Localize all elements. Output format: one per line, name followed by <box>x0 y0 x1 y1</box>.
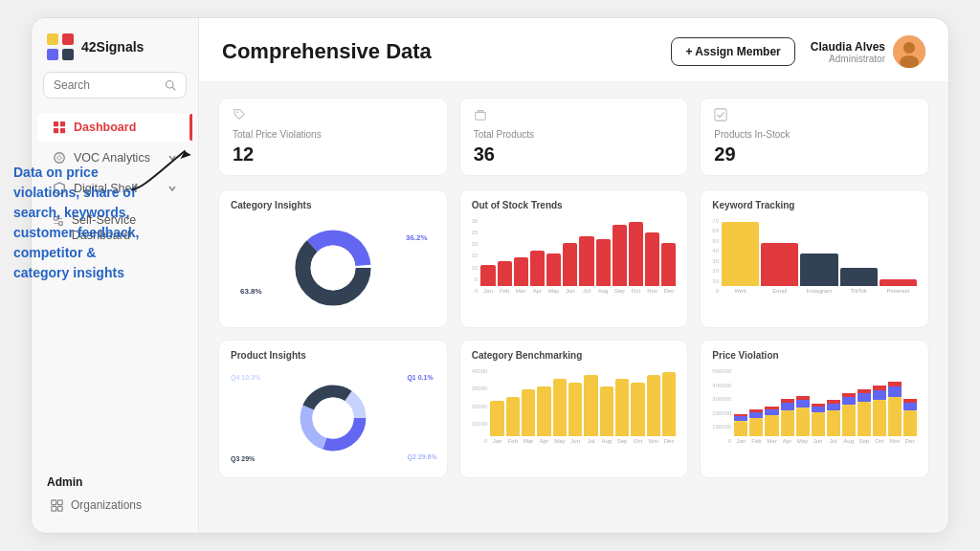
q2-label: Q2 29.6% <box>408 453 437 460</box>
bar-chart-area: 30 25 20 15 10 5 0 JanFebMarAprMayJunJul… <box>472 216 677 307</box>
y-label: 300000 <box>712 396 731 402</box>
bar-chart-area: 70 60 50 40 30 20 10 0 WebEmailInstagram… <box>712 216 917 307</box>
assign-member-button[interactable]: + Assign Member <box>671 37 794 66</box>
bar-column: Jul <box>827 366 840 444</box>
y-axis: 30 25 20 15 10 5 0 <box>472 216 479 294</box>
org-icon <box>51 499 63 512</box>
stat-card-total-products: Total Products 36 <box>459 98 689 176</box>
svg-rect-9 <box>54 128 58 133</box>
y-label: 40000 <box>472 368 488 374</box>
bar-column: Jan <box>480 216 495 294</box>
bar-chart: JanFebMarAprMayJunJulAugSepOctNovDec <box>480 216 676 307</box>
bar-column: Mar <box>765 366 778 444</box>
y-label: 30 <box>712 258 719 264</box>
bar-column: Email <box>761 216 798 294</box>
user-role: Administrator <box>811 54 885 64</box>
bar-column: Apr <box>537 366 550 444</box>
bar-column: Aug <box>600 366 613 444</box>
q1-label: Q1 0.1% <box>407 374 433 381</box>
main-container: 42Signals Dashboard VOC Analy <box>31 17 949 534</box>
chart-price-violation: Price Violation 500000 400000 300000 200… <box>700 340 929 478</box>
grid-icon <box>53 121 66 134</box>
chart-title: Category Benchmarking <box>472 350 677 361</box>
chart-title: Product Insights <box>231 350 435 361</box>
y-label: 500000 <box>712 368 731 374</box>
y-label: 0 <box>472 288 479 294</box>
y-label: 0 <box>712 288 719 294</box>
stat-card-in-stock: Products In-Stock 29 <box>700 98 929 176</box>
chart-category-benchmarking: Category Benchmarking 40000 30000 20000 … <box>459 340 689 478</box>
bar-column: Oct <box>629 216 643 294</box>
sidebar-item-organizations[interactable]: Organizations <box>32 493 198 518</box>
svg-rect-24 <box>475 112 485 120</box>
bottom-charts-row: Product Insights Q1 0.1% Q2 29.6% Q3 29% <box>218 340 929 478</box>
bar-column: Apr <box>781 366 794 444</box>
y-label: 60 <box>712 228 719 233</box>
bar-column: Pinterest <box>880 216 917 294</box>
y-label: 100000 <box>712 424 731 430</box>
logo-area: 42Signals <box>32 18 198 72</box>
bar-column: Jun <box>568 366 582 444</box>
tag-icon <box>233 108 434 125</box>
user-info: Claudia Alves Administrator <box>811 35 925 68</box>
y-label: 30 <box>472 218 479 224</box>
bar-column: Sep <box>615 366 629 444</box>
bar-column: May <box>796 366 810 444</box>
chart-keyword-tracking: Keyword Tracking 70 60 50 40 30 20 10 0 <box>700 189 929 328</box>
y-label: 200000 <box>712 410 731 416</box>
chart-title: Price Violation <box>712 350 917 361</box>
bar-column: May <box>553 366 567 444</box>
svg-point-21 <box>903 42 915 54</box>
sidebar-sub-item-label: Organizations <box>71 498 142 512</box>
y-label: 40 <box>712 248 719 253</box>
svg-rect-8 <box>60 121 65 126</box>
bar-column: Dec <box>661 216 676 294</box>
svg-rect-17 <box>57 499 62 504</box>
stat-label: Total Products <box>474 129 675 140</box>
y-label: 0 <box>472 438 488 444</box>
bar-column: Nov <box>888 366 902 444</box>
y-axis: 40000 30000 20000 10000 0 <box>472 366 488 444</box>
y-label: 5 <box>472 276 479 282</box>
arrow-annotation <box>122 142 199 198</box>
search-box[interactable] <box>43 72 187 99</box>
bar-column: Instagram <box>800 216 837 294</box>
dashboard-content: Total Price Violations 12 Total Products… <box>199 82 948 533</box>
bar-column: Nov <box>645 216 659 294</box>
stat-label: Total Price Violations <box>233 129 434 140</box>
y-label: 20 <box>472 241 479 247</box>
logo-icon <box>47 33 74 60</box>
search-input[interactable] <box>54 78 159 92</box>
sidebar-item-dashboard[interactable]: Dashboard <box>37 113 192 142</box>
y-label: 400000 <box>712 383 731 388</box>
chart-title: Category Insights <box>231 200 435 210</box>
donut-chart: 36.2% 63.8% <box>231 216 435 320</box>
main-content: Comprehensive Data + Assign Member Claud… <box>199 18 948 533</box>
nav-section-admin: Admin <box>32 462 198 493</box>
chart-product-insights: Product Insights Q1 0.1% Q2 29.6% Q3 29% <box>218 340 448 478</box>
chart-category-insights: Category Insights 36.2% 63.8% <box>218 189 448 328</box>
bar-column: Jul <box>584 366 597 444</box>
stat-label: Products In-Stock <box>714 129 915 140</box>
user-details: Claudia Alves Administrator <box>811 40 885 64</box>
search-icon <box>165 79 176 91</box>
y-label: 15 <box>472 253 479 258</box>
chart-out-of-stock: Out of Stock Trends 30 25 20 15 10 5 0 J… <box>459 189 689 328</box>
bar-column: Mar <box>522 366 535 444</box>
svg-point-33 <box>312 397 353 438</box>
y-label: 20000 <box>472 404 488 409</box>
stat-value: 36 <box>474 143 675 165</box>
bar-column: Jan <box>490 366 503 444</box>
svg-rect-3 <box>47 49 58 60</box>
donut2-svg <box>295 380 371 456</box>
bar-column: Jul <box>579 216 593 294</box>
y-label: 25 <box>472 230 479 235</box>
logo-text: 42Signals <box>81 39 144 55</box>
y-label: 50 <box>712 238 719 244</box>
avatar <box>893 35 925 68</box>
svg-rect-1 <box>47 33 58 45</box>
svg-rect-10 <box>60 128 65 133</box>
donut-label-inner: 63.8% <box>240 287 262 296</box>
bar-column: Dec <box>903 366 917 444</box>
chart-title: Out of Stock Trends <box>472 200 677 210</box>
